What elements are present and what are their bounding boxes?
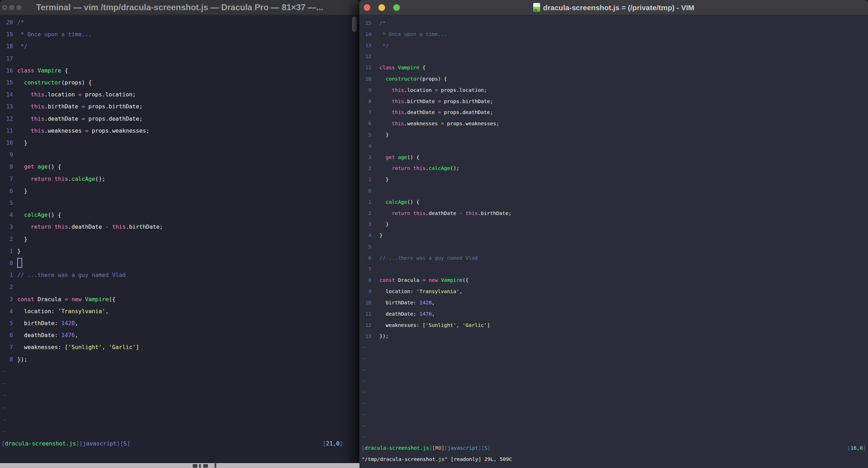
- line-number: 11: [359, 309, 371, 320]
- code-token: dracula-screenshot.js: [365, 445, 429, 451]
- code-token: .deathDate: [404, 109, 438, 115]
- code-token: =: [82, 103, 85, 110]
- line-number: 1: [359, 174, 371, 185]
- line-number: 0: [359, 185, 371, 197]
- code-text: }: [379, 219, 389, 230]
- code-token: ,: [432, 311, 435, 317]
- empty-line-tilde: ~: [359, 431, 868, 443]
- code-token: [: [323, 440, 326, 447]
- code-line: 6 deathDate: 1476,: [0, 329, 359, 341]
- code-text: // ...there was a guy named Vlad: [379, 253, 478, 264]
- terminal-titlebar[interactable]: Terminal — vim /tmp/dracula-screenshot.j…: [0, 0, 359, 15]
- code-token: =: [78, 91, 82, 98]
- code-token: () {: [48, 211, 62, 218]
- code-token: ({: [109, 296, 115, 303]
- code-text: });: [379, 331, 389, 342]
- code-text: location: 'Transylvania',: [17, 305, 109, 317]
- zoom-button[interactable]: [393, 4, 400, 11]
- line-number: 10: [359, 74, 371, 85]
- code-token: return: [392, 165, 410, 171]
- background-glyph: [203, 464, 208, 468]
- close-button[interactable]: [364, 4, 370, 11]
- code-token: const: [17, 296, 34, 303]
- code-token: () {: [48, 163, 62, 170]
- code-token: =: [435, 87, 438, 93]
- background-glyph: [199, 464, 201, 468]
- line-number: 4: [359, 230, 371, 241]
- code-token: ();: [450, 165, 459, 171]
- code-token: Dracula: [34, 296, 65, 303]
- code-token: this: [413, 210, 426, 216]
- line-number: 11: [0, 125, 13, 137]
- code-token: () {: [407, 199, 420, 205]
- code-token: 'Garlic': [109, 344, 136, 350]
- code-line: 12 this.deathDate = props.deathDate;: [0, 113, 359, 125]
- code-text: this.weaknesses = props.weaknesses;: [379, 118, 499, 129]
- macvim-titlebar[interactable]: JS dracula-screenshot.js = (/private/tmp…: [359, 0, 868, 15]
- code-line: 13});: [359, 331, 868, 342]
- empty-line-tilde: ~: [359, 365, 868, 376]
- code-token: });: [17, 356, 27, 363]
- code-token: const: [379, 277, 395, 283]
- code-token: javascript: [447, 445, 478, 451]
- code-line: 3 get age() {: [359, 152, 868, 163]
- code-line: 1 }: [359, 174, 868, 185]
- code-token: 'Sunlight': [68, 344, 102, 350]
- code-token: 'Sunlight': [426, 322, 456, 328]
- code-token: [379, 99, 392, 104]
- empty-line-tilde: ~: [359, 420, 868, 432]
- code-token: .weaknesses: [404, 121, 441, 126]
- statusline-file-info: [dracula-screenshot.js][javascript][S]: [1, 438, 130, 450]
- code-token: ,: [75, 320, 78, 327]
- code-token: [82, 296, 85, 303]
- code-token: class: [379, 65, 395, 70]
- code-token: this: [55, 176, 68, 182]
- code-text: });: [17, 354, 27, 366]
- code-token: -: [459, 210, 462, 216]
- code-token: // ...there was a guy named Vlad: [17, 272, 126, 278]
- code-token: * Once upon a time...: [379, 31, 447, 37]
- code-token: .deathDate: [68, 223, 106, 230]
- terminal-window: Terminal — vim /tmp/dracula-screenshot.j…: [0, 0, 359, 463]
- code-token: [17, 211, 24, 218]
- code-token: ,: [456, 322, 462, 328]
- code-token: }: [379, 233, 383, 238]
- close-button[interactable]: [2, 5, 7, 10]
- code-token: [17, 127, 31, 134]
- line-number: 13: [0, 101, 13, 113]
- code-text: */: [17, 40, 27, 52]
- line-number: 14: [0, 89, 13, 101]
- empty-line-tilde: ~: [0, 426, 359, 438]
- code-token: 1476: [420, 311, 432, 317]
- line-number: 6: [0, 329, 13, 341]
- line-number: 8: [0, 354, 13, 366]
- empty-line-tilde: ~: [359, 376, 868, 387]
- code-token: */: [17, 43, 27, 50]
- code-token: this: [392, 87, 404, 93]
- scrollbar-thumb[interactable]: [352, 17, 357, 32]
- code-token: this: [31, 91, 45, 98]
- code-token: 'Transylvania': [416, 289, 459, 294]
- line-number: 3: [0, 221, 13, 233]
- line-number: 14: [359, 29, 371, 40]
- code-line: 8});: [0, 354, 359, 366]
- code-token: -: [105, 223, 109, 230]
- minimize-button[interactable]: [378, 4, 385, 11]
- macvim-window: JS dracula-screenshot.js = (/private/tmp…: [359, 0, 868, 468]
- line-number: 9: [0, 149, 13, 161]
- zoom-button[interactable]: [16, 5, 21, 10]
- code-line: 11 this.weaknesses = props.weaknesses;: [0, 125, 359, 137]
- code-text: this.deathDate = props.deathDate;: [17, 113, 142, 125]
- code-token: [426, 277, 429, 283]
- code-line: 12 weaknesses: ['Sunlight', 'Garlic']: [359, 320, 868, 331]
- vim-cmdline: "/tmp/dracula-screenshot.js" [readonly] …: [359, 454, 868, 465]
- line-number: 8: [0, 161, 13, 173]
- minimize-button[interactable]: [9, 5, 14, 10]
- code-line: 4 calcAge() {: [0, 209, 359, 221]
- vim-buffer-right[interactable]: 15/*14 * Once upon a time...13 */1211cla…: [359, 15, 868, 465]
- code-token: * Once upon a time...: [17, 31, 92, 38]
- line-number: 3: [359, 152, 371, 163]
- vim-buffer-left[interactable]: 20/*19 * Once upon a time...18 */1716cla…: [0, 15, 359, 450]
- code-token: [: [481, 445, 485, 451]
- code-text: get age() {: [379, 152, 420, 163]
